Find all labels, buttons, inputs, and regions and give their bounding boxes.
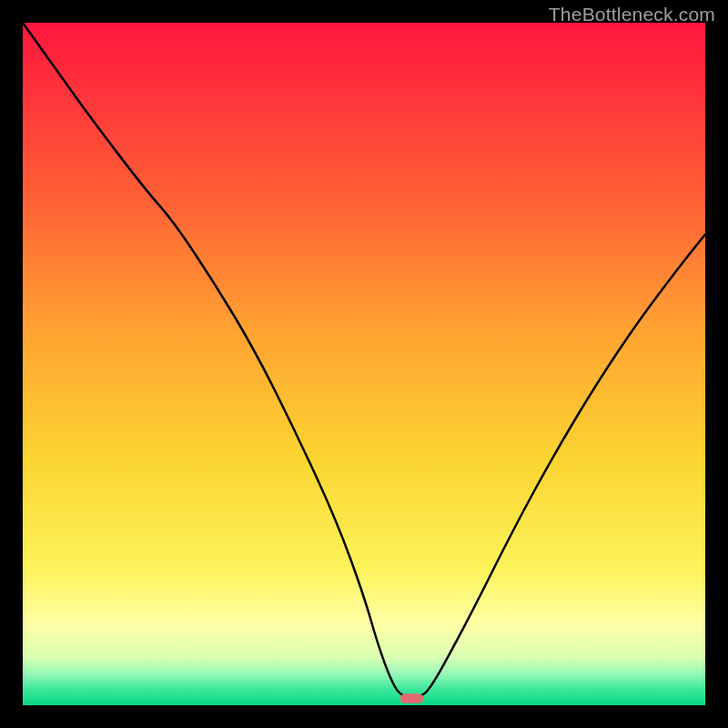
chart-stage: TheBottleneck.com [0,0,728,728]
watermark: TheBottleneck.com [549,4,715,25]
chart-background [23,23,705,705]
chart-svg [23,23,705,705]
optimal-point-marker [400,693,424,703]
chart-plot [23,23,705,705]
